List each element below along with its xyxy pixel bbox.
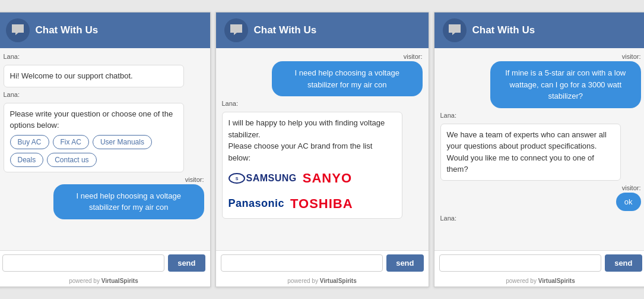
chat-title-3: Chat With Us: [472, 24, 535, 36]
chat-footer-1: send: [0, 250, 210, 275]
lana-label-1: Lana:: [4, 53, 204, 60]
chat-icon-3: [443, 18, 467, 42]
option-user-manuals[interactable]: User Manuals: [93, 135, 152, 149]
brand-name-1: VirtualSpirits: [101, 278, 138, 284]
chat-header-3: Chat With Us: [434, 12, 645, 48]
chat-body-2: visitor: I need help choosing a voltage …: [216, 48, 429, 250]
toshiba-logo[interactable]: TOSHIBA: [290, 194, 353, 213]
brand-name-3: VirtualSpirits: [538, 278, 575, 284]
chat-header-2: Chat With Us: [216, 12, 429, 48]
chat-input-3[interactable]: [439, 254, 602, 272]
visitor-label-4: visitor:: [622, 184, 641, 191]
brand-logos: S SAMSUNG SANYO Panasonic TOSHIBA: [229, 168, 396, 213]
lana-label-4: Lana:: [440, 112, 641, 119]
chat-icon-2: [224, 18, 248, 42]
visitor-row-2: visitor: I need help choosing a voltage …: [222, 53, 423, 96]
chat-body-wrapper-1: Lana: Hi! Welcome to our support chatbot…: [0, 48, 210, 250]
speech-bubble-icon-2: [229, 23, 243, 37]
sanyo-logo[interactable]: SANYO: [303, 168, 352, 188]
visitor-label-1: visitor:: [185, 176, 204, 183]
option-buy-ac[interactable]: Buy AC: [10, 135, 49, 149]
lana-label-2: Lana:: [4, 91, 204, 98]
lana-message-4: We have a team of experts who can answer…: [440, 124, 621, 181]
visitor-message-2: I need help choosing a voltage stabilize…: [272, 61, 423, 96]
option-deals[interactable]: Deals: [10, 153, 44, 167]
visitor-message-1: I need help choosing a voltage stabilize…: [53, 184, 204, 219]
chat-container: Chat With Us Lana: Hi! Welcome to our su…: [0, 12, 644, 287]
visitor-row-4: visitor: ok: [440, 184, 641, 212]
send-button-1[interactable]: send: [168, 254, 205, 272]
panasonic-logo[interactable]: Panasonic: [229, 196, 285, 212]
chat-body-wrapper-3: visitor: If mine is a 5-star air con wit…: [434, 48, 645, 250]
samsung-logo[interactable]: S SAMSUNG: [229, 170, 297, 187]
lana-message-1: Hi! Welcome to our support chatbot.: [4, 65, 184, 87]
brand-name-2: VirtualSpirits: [320, 278, 357, 284]
lana-message-2: Please write your question or choose one…: [4, 103, 184, 172]
chat-input-1[interactable]: [2, 254, 165, 272]
chat-body-wrapper-2: visitor: I need help choosing a voltage …: [216, 48, 429, 250]
powered-by-1: powered by VirtualSpirits: [0, 275, 210, 287]
samsung-text: SAMSUNG: [246, 171, 297, 185]
powered-by-3: powered by VirtualSpirits: [434, 275, 645, 287]
visitor-label-3: visitor:: [622, 53, 641, 60]
chat-footer-2: send: [216, 250, 429, 275]
chat-title-2: Chat With Us: [254, 24, 317, 36]
chat-title-1: Chat With Us: [36, 24, 99, 36]
chat-body-1: Lana: Hi! Welcome to our support chatbot…: [0, 48, 210, 250]
chat-footer-3: send: [434, 250, 645, 275]
svg-text:S: S: [235, 177, 238, 181]
visitor-row-3: visitor: If mine is a 5-star air con wit…: [440, 53, 641, 108]
speech-bubble-icon-3: [448, 23, 462, 37]
option-contact-us[interactable]: Contact us: [47, 153, 96, 167]
send-button-3[interactable]: send: [605, 254, 642, 272]
lana-message-3: I will be happy to help you with finding…: [222, 112, 402, 219]
chat-widget-1: Chat With Us Lana: Hi! Welcome to our su…: [0, 12, 211, 287]
send-button-2[interactable]: send: [386, 254, 423, 272]
chat-header-1: Chat With Us: [0, 12, 210, 48]
chat-widget-2: Chat With Us visitor: I need help choosi…: [215, 12, 429, 287]
chat-input-2[interactable]: [221, 254, 383, 272]
visitor-message-ok: ok: [616, 193, 641, 212]
visitor-label-2: visitor:: [404, 53, 423, 60]
visitor-message-3: If mine is a 5-star air con with a low w…: [490, 61, 641, 108]
chat-icon-1: [6, 18, 30, 42]
lana-label-5: Lana:: [440, 215, 641, 222]
option-buttons: Buy AC Fix AC User Manuals Deals Contact…: [10, 135, 177, 167]
chat-body-3: visitor: If mine is a 5-star air con wit…: [434, 48, 645, 250]
powered-by-2: powered by VirtualSpirits: [216, 275, 429, 287]
samsung-ellipse-icon: S: [229, 170, 245, 187]
visitor-row-1: visitor: I need help choosing a voltage …: [4, 176, 204, 219]
option-fix-ac[interactable]: Fix AC: [53, 135, 89, 149]
speech-bubble-icon: [11, 23, 25, 37]
chat-widget-3: Chat With Us visitor: If mine is a 5-sta…: [434, 12, 645, 287]
lana-label-3: Lana:: [222, 100, 423, 107]
